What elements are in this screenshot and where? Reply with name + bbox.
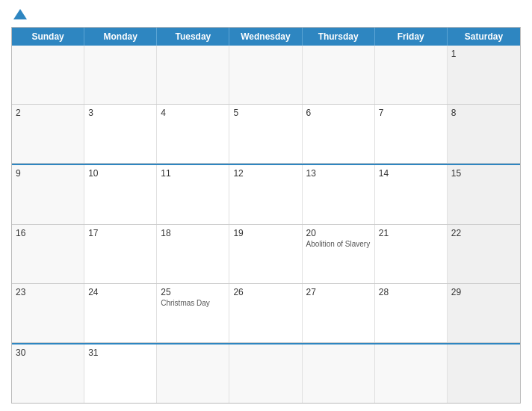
calendar-container: SundayMondayTuesdayWednesdayThursdayFrid… [0,0,532,411]
day-number: 3 [88,108,152,118]
day-number: 15 [451,168,516,179]
day-cell: 7 [375,105,448,163]
logo [11,7,30,21]
day-number: 12 [233,168,297,179]
day-number: 20 [306,228,371,238]
day-number: 24 [88,287,152,297]
day-header-thursday: Thursday [303,28,375,46]
day-cell: 20Abolition of Slavery [303,225,375,283]
day-cell: 10 [84,165,157,223]
day-number: 19 [233,228,297,238]
event-label: Abolition of Slavery [306,240,371,249]
day-number: 28 [379,287,443,297]
week-row-1: 2345678 [12,105,520,164]
day-cell: 18 [157,225,229,283]
day-cell: 23 [12,284,84,342]
day-cell: 6 [303,105,375,163]
day-cell [157,46,229,104]
day-cell: 13 [303,165,375,223]
day-cell: 29 [448,284,520,342]
day-cell [229,344,302,403]
week-row-0: 1 [12,46,520,105]
day-number: 16 [16,228,80,238]
day-cell: 8 [448,105,520,163]
day-number: 10 [88,168,152,179]
day-cell: 16 [12,225,84,283]
day-cell: 31 [84,344,157,403]
day-number: 31 [88,347,152,358]
day-cell: 28 [375,284,448,342]
day-header-sunday: Sunday [12,28,84,46]
day-number: 9 [16,168,80,179]
day-number: 17 [88,228,152,238]
day-header-tuesday: Tuesday [157,28,229,46]
day-cell [303,46,375,104]
day-number: 7 [379,108,443,118]
day-number: 11 [161,168,225,179]
day-number: 1 [451,49,516,59]
day-cell: 26 [229,284,302,342]
day-number: 14 [379,168,443,179]
day-cell: 21 [375,225,448,283]
day-number: 29 [451,287,516,297]
day-cell: 30 [12,344,84,403]
day-header-wednesday: Wednesday [229,28,302,46]
day-cell: 17 [84,225,157,283]
event-label: Christmas Day [161,299,225,308]
calendar-body: 1234567891011121314151617181920Abolition… [12,46,520,403]
week-row-5: 3031 [12,343,520,403]
day-cell: 2 [12,105,84,163]
day-number: 25 [161,287,225,297]
day-header-saturday: Saturday [448,28,520,46]
day-number: 6 [306,108,371,118]
day-cell: 25Christmas Day [157,284,229,342]
day-cell: 3 [84,105,157,163]
day-number: 2 [16,108,80,118]
day-number: 22 [451,228,516,238]
day-cell [375,344,448,403]
svg-marker-0 [13,9,27,19]
week-row-2: 9101112131415 [12,164,520,224]
day-cell [448,344,520,403]
day-cell [12,46,84,104]
day-number: 23 [16,287,80,297]
day-cell: 24 [84,284,157,342]
day-header-monday: Monday [84,28,157,46]
day-cell: 5 [229,105,302,163]
day-cell [84,46,157,104]
day-cell: 4 [157,105,229,163]
day-number: 27 [306,287,371,297]
day-number: 8 [451,108,516,118]
day-cell: 15 [448,165,520,223]
day-header-friday: Friday [375,28,448,46]
week-row-4: 232425Christmas Day26272829 [12,284,520,343]
day-cell: 11 [157,165,229,223]
calendar-header [11,7,521,21]
day-cell [229,46,302,104]
week-row-3: 1617181920Abolition of Slavery2122 [12,225,520,284]
day-cell: 27 [303,284,375,342]
day-cell: 12 [229,165,302,223]
calendar-grid: SundayMondayTuesdayWednesdayThursdayFrid… [11,27,521,404]
day-number: 5 [233,108,297,118]
day-cell: 9 [12,165,84,223]
day-cell [303,344,375,403]
day-number: 13 [306,168,371,179]
day-cell: 22 [448,225,520,283]
day-number: 21 [379,228,443,238]
day-cell: 1 [448,46,520,104]
day-headers-row: SundayMondayTuesdayWednesdayThursdayFrid… [12,28,520,46]
day-cell: 19 [229,225,302,283]
day-number: 4 [161,108,225,118]
logo-icon [12,7,28,21]
day-cell: 14 [375,165,448,223]
day-number: 18 [161,228,225,238]
day-number: 30 [16,347,80,358]
day-cell [157,344,229,403]
day-number: 26 [233,287,297,297]
day-cell [375,46,448,104]
